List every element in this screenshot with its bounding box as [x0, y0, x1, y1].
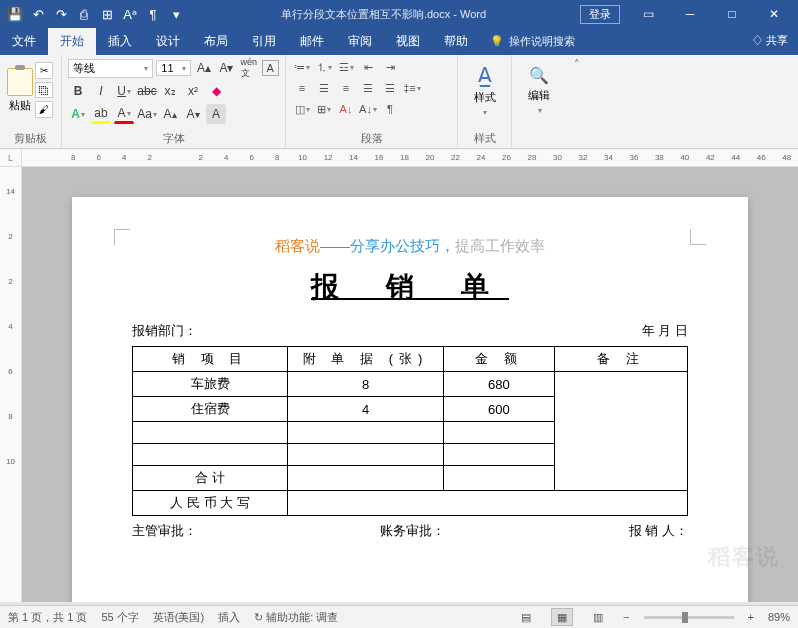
ruler-horizontal[interactable]: 8642246810121416182022242628303234363840… — [22, 149, 798, 167]
italic-icon[interactable]: I — [91, 81, 111, 101]
qat-dropdown-icon[interactable]: ▾ — [165, 3, 187, 25]
qat-btn[interactable]: ⊞ — [96, 3, 118, 25]
status-mode[interactable]: 插入 — [218, 610, 240, 625]
editing-button[interactable]: 🔍 编辑 ▾ — [518, 58, 560, 122]
web-layout-icon[interactable]: ▥ — [587, 608, 609, 626]
tab-references[interactable]: 引用 — [240, 28, 288, 55]
approval-footer: 主管审批： 账务审批： 报 销 人： — [132, 522, 688, 540]
table-row: 车旅费8680 — [133, 372, 688, 397]
text-effects-icon[interactable]: A▾ — [68, 104, 88, 124]
show-marks-icon[interactable]: ¶ — [380, 100, 400, 118]
status-access[interactable]: ↻ 辅助功能: 调查 — [254, 610, 338, 625]
enclose-char-icon[interactable]: A — [206, 104, 226, 124]
find-icon: 🔍 — [529, 66, 549, 85]
group-label-font: 字体 — [68, 129, 279, 146]
shading-icon[interactable]: ◫▾ — [292, 100, 312, 118]
status-lang[interactable]: 英语(美国) — [153, 610, 204, 625]
tab-layout[interactable]: 布局 — [192, 28, 240, 55]
tab-view[interactable]: 视图 — [384, 28, 432, 55]
styles-button[interactable]: A̲ 样式 ▾ — [464, 58, 505, 122]
maximize-icon[interactable]: □ — [712, 1, 752, 27]
document-canvas[interactable]: 稻客说——分享办公技巧，提高工作效率 报 销 单 报销部门： 年 月 日 销 项… — [22, 167, 798, 602]
bullets-icon[interactable]: ≔▾ — [292, 58, 312, 76]
tab-home[interactable]: 开始 — [48, 28, 96, 55]
borders-icon[interactable]: ⊞▾ — [314, 100, 334, 118]
close-icon[interactable]: ✕ — [754, 1, 794, 27]
line-spacing-icon[interactable]: ‡≡▾ — [402, 79, 422, 97]
highlight-icon[interactable]: ab — [91, 104, 111, 124]
underline-icon[interactable]: U▾ — [114, 81, 134, 101]
collapse-ribbon-icon[interactable]: ˄ — [566, 55, 588, 148]
sort-icon[interactable]: A↓ — [336, 100, 356, 118]
document-title: 单行分段文本位置相互不影响.docx - Word — [187, 7, 580, 22]
read-mode-icon[interactable]: ▤ — [515, 608, 537, 626]
font-color-icon[interactable]: A▾ — [114, 104, 134, 124]
numbering-icon[interactable]: ⒈▾ — [314, 58, 334, 76]
tab-help[interactable]: 帮助 — [432, 28, 480, 55]
paste-button[interactable]: 粘贴 — [6, 58, 33, 122]
zoom-level[interactable]: 89% — [768, 611, 790, 623]
page[interactable]: 稻客说——分享办公技巧，提高工作效率 报 销 单 报销部门： 年 月 日 销 项… — [72, 197, 748, 602]
align-left-icon[interactable]: ≡ — [292, 79, 312, 97]
justify-icon[interactable]: ☰ — [358, 79, 378, 97]
grow-font2-icon[interactable]: A▴ — [160, 104, 180, 124]
table-rmb-row: 人 民 币 大 写 — [133, 491, 688, 516]
margin-corner-icon — [114, 229, 130, 245]
sort2-icon[interactable]: A↓▾ — [358, 100, 378, 118]
share-button[interactable]: ♢ 共享 — [742, 28, 798, 55]
redo-icon[interactable]: ↷ — [50, 3, 72, 25]
qat-btn[interactable]: Aᵃ — [119, 3, 141, 25]
group-label-paragraph: 段落 — [292, 129, 451, 146]
undo-icon[interactable]: ↶ — [27, 3, 49, 25]
font-name-select[interactable]: 等线▾ — [68, 59, 153, 78]
zoom-slider[interactable] — [644, 616, 734, 619]
login-button[interactable]: 登录 — [580, 5, 620, 24]
status-words[interactable]: 55 个字 — [101, 610, 138, 625]
shrink-font-icon[interactable]: A▾ — [217, 58, 236, 78]
align-right-icon[interactable]: ≡ — [336, 79, 356, 97]
decrease-indent-icon[interactable]: ⇤ — [358, 58, 378, 76]
ribbon-options-icon[interactable]: ▭ — [628, 1, 668, 27]
copy-icon[interactable]: ⿻ — [35, 82, 53, 99]
reimbursement-table: 销 项 目 附 单 据 (张) 金 额 备 注 车旅费8680 住宿费4600 … — [132, 346, 688, 516]
tab-design[interactable]: 设计 — [144, 28, 192, 55]
format-painter-icon[interactable]: 🖌 — [35, 101, 53, 118]
ruler-corner: L — [0, 149, 22, 167]
char-border-icon[interactable]: A — [262, 60, 279, 76]
tab-mailings[interactable]: 邮件 — [288, 28, 336, 55]
minimize-icon[interactable]: ─ — [670, 1, 710, 27]
shrink-font2-icon[interactable]: A▾ — [183, 104, 203, 124]
paste-icon — [7, 68, 33, 96]
increase-indent-icon[interactable]: ⇥ — [380, 58, 400, 76]
lightbulb-icon: 💡 — [490, 35, 504, 48]
cut-icon[interactable]: ✂ — [35, 62, 53, 79]
change-case-icon[interactable]: Aa▾ — [137, 104, 157, 124]
superscript-icon[interactable]: x² — [183, 81, 203, 101]
multilevel-icon[interactable]: ☲▾ — [336, 58, 356, 76]
status-page[interactable]: 第 1 页，共 1 页 — [8, 610, 87, 625]
phonetic-icon[interactable]: wén文 — [239, 58, 258, 78]
save-icon[interactable]: 💾 — [4, 3, 26, 25]
distribute-icon[interactable]: ☰ — [380, 79, 400, 97]
clear-format-icon[interactable]: ◆ — [206, 81, 226, 101]
margin-corner-icon — [690, 229, 706, 245]
subscript-icon[interactable]: x₂ — [160, 81, 180, 101]
zoom-out-icon[interactable]: − — [623, 611, 629, 623]
meta-row: 报销部门： 年 月 日 — [132, 322, 688, 340]
qat-btn[interactable]: ⎙ — [73, 3, 95, 25]
grow-font-icon[interactable]: A▴ — [194, 58, 213, 78]
tab-file[interactable]: 文件 — [0, 28, 48, 55]
ruler-vertical[interactable]: 142246810 — [0, 167, 22, 602]
font-size-select[interactable]: 11▾ — [156, 60, 191, 76]
tab-review[interactable]: 审阅 — [336, 28, 384, 55]
group-label-clipboard: 剪贴板 — [6, 129, 55, 146]
zoom-in-icon[interactable]: + — [748, 611, 754, 623]
tab-insert[interactable]: 插入 — [96, 28, 144, 55]
tell-me-search[interactable]: 💡操作说明搜索 — [480, 28, 585, 55]
strikethrough-icon[interactable]: abc — [137, 81, 157, 101]
print-layout-icon[interactable]: ▦ — [551, 608, 573, 626]
align-center-icon[interactable]: ☰ — [314, 79, 334, 97]
bold-icon[interactable]: B — [68, 81, 88, 101]
qat-btn[interactable]: ¶ — [142, 3, 164, 25]
page-banner: 稻客说——分享办公技巧，提高工作效率 — [132, 237, 688, 256]
